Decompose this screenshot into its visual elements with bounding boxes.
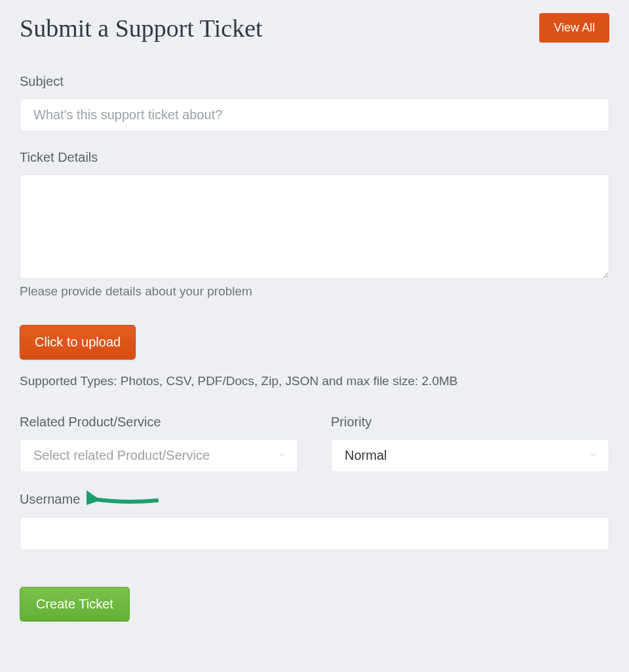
subject-input[interactable]: [20, 98, 609, 132]
subject-label: Subject: [20, 74, 609, 89]
related-product-select[interactable]: Select related Product/Service: [20, 439, 298, 472]
username-label: Username: [20, 492, 80, 507]
upload-button[interactable]: Click to upload: [20, 325, 136, 360]
related-product-label: Related Product/Service: [20, 415, 298, 430]
view-all-button[interactable]: View All: [539, 13, 609, 43]
ticket-details-textarea[interactable]: [20, 174, 609, 279]
supported-types-text: Supported Types: Photos, CSV, PDF/Docs, …: [20, 374, 609, 388]
arrow-left-icon: [86, 491, 159, 508]
create-ticket-button[interactable]: Create Ticket: [20, 587, 130, 622]
ticket-details-helper: Please provide details about your proble…: [20, 284, 609, 299]
ticket-details-label: Ticket Details: [20, 150, 609, 165]
page-title: Submit a Support Ticket: [20, 14, 263, 43]
priority-select[interactable]: Normal: [331, 439, 609, 472]
priority-label: Priority: [331, 415, 609, 430]
username-input[interactable]: [20, 517, 609, 550]
